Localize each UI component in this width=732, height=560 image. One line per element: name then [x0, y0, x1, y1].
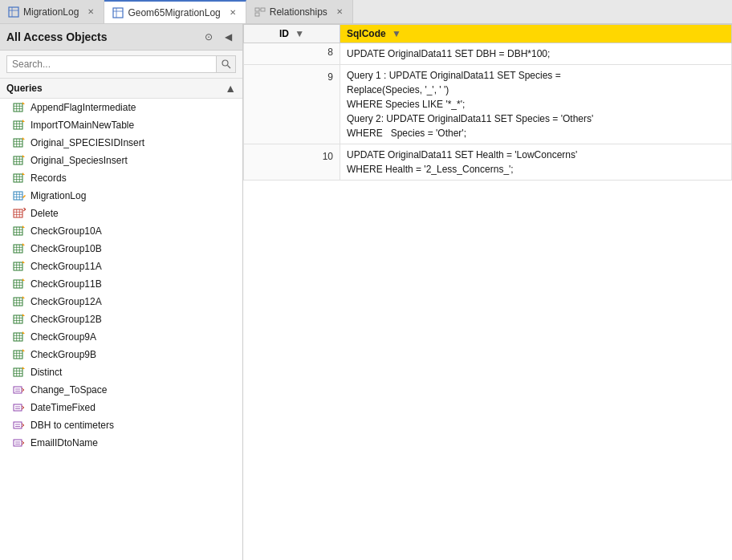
- tab-geom65-label: Geom65MigrationLog: [128, 7, 220, 18]
- list-item-records[interactable]: Records: [0, 169, 242, 187]
- svg-rect-116: [14, 440, 22, 446]
- column-id-label: ID: [279, 28, 289, 39]
- query-icon: [13, 331, 26, 343]
- tab-relationships[interactable]: Relationships ✕: [246, 0, 353, 23]
- search-input[interactable]: [6, 55, 217, 73]
- list-item-label: Distinct: [31, 367, 62, 378]
- sidebar-pin-button[interactable]: ⊙: [201, 29, 217, 45]
- list-item-change-tospace[interactable]: Change_ToSpace: [0, 381, 242, 399]
- queries-section-header[interactable]: Queries ▲: [0, 79, 242, 99]
- list-item-distinct[interactable]: Distinct: [0, 363, 242, 381]
- column-header-id[interactable]: ID ▼: [244, 25, 340, 43]
- list-item-importtomain[interactable]: ImportTOMainNewTable: [0, 116, 242, 134]
- cell-sql-9: Query 1 : UPDATE OriginalData11 SET Spec…: [340, 65, 732, 144]
- list-item-emailidtoname[interactable]: EmailIDtoName: [0, 434, 242, 452]
- svg-marker-94: [22, 331, 25, 334]
- sort-icon-sql: ▼: [392, 28, 401, 39]
- sidebar-list: Queries ▲ AppendFlagIntermediate: [0, 79, 242, 560]
- list-item-checkgroup12a[interactable]: CheckGroup12A: [0, 293, 242, 310]
- table-row: 9 Query 1 : UPDATE OriginalData11 SET Sp…: [244, 65, 732, 144]
- column-sql-label: SqlCode: [347, 28, 386, 39]
- list-item-label: EmailIDtoName: [31, 437, 98, 448]
- list-item-label: AppendFlagIntermediate: [31, 102, 136, 113]
- list-item-datetimefixed[interactable]: DateTimeFixed: [0, 399, 242, 416]
- query-icon: [13, 313, 26, 326]
- macro-icon: [13, 401, 26, 414]
- list-item-dbh-centimeters[interactable]: DBH to centimeters: [0, 416, 242, 434]
- svg-rect-3: [113, 8, 123, 18]
- svg-rect-6: [255, 8, 259, 11]
- list-item-checkgroup9b[interactable]: CheckGroup9B: [0, 346, 242, 363]
- list-item-original-species[interactable]: Original_SpeciesInsert: [0, 152, 242, 169]
- query-icon: [13, 260, 26, 273]
- list-item-original-speciesid[interactable]: Original_SPECIESIDInsert: [0, 134, 242, 152]
- svg-marker-64: [22, 243, 25, 246]
- list-item-label: Original_SPECIESIDInsert: [31, 137, 144, 148]
- svg-point-10: [222, 60, 228, 66]
- tab-migrationlog-close[interactable]: ✕: [86, 6, 96, 17]
- svg-marker-41: [22, 172, 25, 175]
- list-item-migrationlog[interactable]: MigrationLog: [0, 187, 242, 205]
- search-icon: [222, 59, 231, 69]
- table-icon: [8, 6, 19, 18]
- svg-rect-47: [14, 209, 22, 217]
- svg-rect-36: [14, 174, 22, 182]
- cell-id-8: 8: [244, 43, 340, 65]
- svg-marker-58: [22, 225, 25, 228]
- svg-rect-110: [14, 404, 22, 411]
- tab-geom65[interactable]: Geom65MigrationLog ✕: [104, 0, 246, 23]
- sidebar-header: All Access Objects ⊙ ◀: [0, 24, 242, 51]
- search-button[interactable]: [217, 55, 236, 73]
- svg-marker-70: [22, 261, 25, 263]
- tab-migrationlog[interactable]: MigrationLog ✕: [0, 0, 104, 23]
- tab-relationships-close[interactable]: ✕: [335, 6, 344, 17]
- svg-rect-8: [255, 13, 259, 16]
- tab-relationships-label: Relationships: [270, 6, 327, 18]
- svg-rect-71: [14, 280, 22, 288]
- query-icon: [13, 348, 26, 361]
- list-item-label: DBH to centimeters: [31, 420, 114, 431]
- tab-bar: MigrationLog ✕ Geom65MigrationLog ✕ Rela…: [0, 0, 732, 24]
- query-icon: [13, 242, 26, 255]
- list-item-label: CheckGroup10A: [31, 225, 102, 237]
- query-icon: [13, 154, 26, 167]
- svg-rect-101: [14, 368, 22, 376]
- list-item-label: DateTimeFixed: [31, 402, 96, 413]
- list-item-appendflag[interactable]: AppendFlagIntermediate: [0, 99, 242, 116]
- svg-text:✕: ✕: [22, 208, 26, 213]
- cell-sql-8: UPDATE OriginalData11 SET DBH = DBH*100;: [340, 43, 732, 65]
- tab-migrationlog-label: MigrationLog: [23, 6, 79, 18]
- list-item-checkgroup12b[interactable]: CheckGroup12B: [0, 310, 242, 328]
- list-item-label: MigrationLog: [31, 190, 86, 201]
- svg-line-11: [227, 66, 230, 69]
- list-item-label: ImportTOMainNewTable: [31, 120, 134, 131]
- svg-marker-82: [22, 296, 25, 298]
- list-item-checkgroup10a[interactable]: CheckGroup10A: [0, 222, 242, 240]
- table-icon-active: [112, 7, 124, 18]
- list-item-delete[interactable]: ✕ Delete: [0, 205, 242, 222]
- list-item-checkgroup9a[interactable]: CheckGroup9A: [0, 328, 242, 346]
- cell-sql-10: UPDATE OriginalData11 SET Health = 'LowC…: [340, 144, 732, 181]
- data-grid: ID ▼ SqlCode ▼ 8 UPDATE OriginalData11 S…: [243, 24, 732, 560]
- list-item-label: CheckGroup12A: [31, 296, 102, 307]
- svg-marker-35: [22, 155, 25, 157]
- cell-id-9: 9: [244, 65, 340, 144]
- svg-marker-100: [22, 349, 25, 351]
- svg-rect-12: [14, 103, 22, 112]
- column-header-sqlcode[interactable]: SqlCode ▼: [340, 25, 732, 43]
- list-item-label: Records: [31, 172, 67, 184]
- sidebar-collapse-button[interactable]: ◀: [220, 29, 236, 45]
- list-item-label: Original_SpeciesInsert: [31, 155, 128, 166]
- svg-rect-77: [14, 298, 22, 306]
- query-icon: [13, 101, 26, 114]
- svg-rect-107: [14, 387, 22, 393]
- list-item-checkgroup11a[interactable]: CheckGroup11A: [0, 258, 242, 275]
- tab-geom65-close[interactable]: ✕: [228, 7, 238, 18]
- list-item-checkgroup10b[interactable]: CheckGroup10B: [0, 240, 242, 258]
- svg-rect-65: [14, 262, 22, 270]
- sidebar-title: All Access Objects: [6, 30, 108, 43]
- list-item-checkgroup11b[interactable]: CheckGroup11B: [0, 275, 242, 293]
- svg-marker-23: [22, 120, 25, 122]
- list-item-label: CheckGroup11B: [31, 278, 102, 290]
- svg-rect-95: [14, 351, 22, 359]
